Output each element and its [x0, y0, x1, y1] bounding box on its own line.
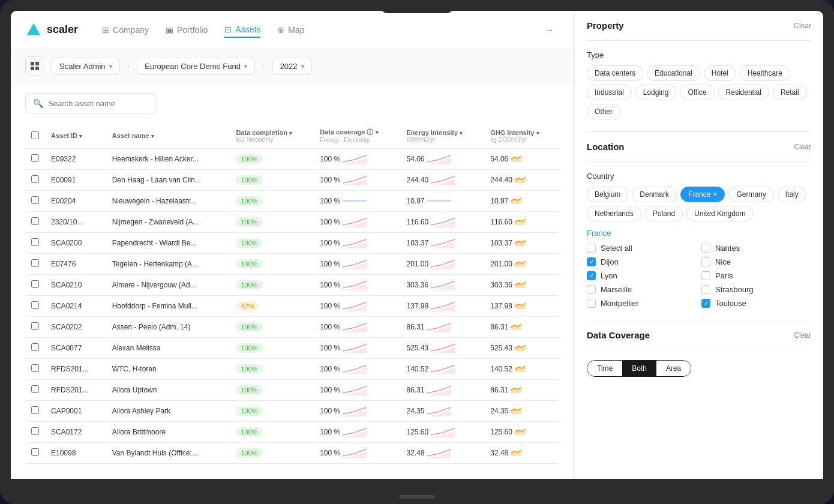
col-asset-id[interactable]: Asset ID ▾: [45, 123, 106, 149]
expand-button[interactable]: →: [540, 20, 559, 40]
col-data-coverage[interactable]: Data coverage ⓘ ▾ Energy · Electricity: [314, 123, 400, 149]
coverage-toggle-time[interactable]: Time: [587, 361, 622, 376]
row-checkbox[interactable]: [31, 427, 39, 435]
type-tag[interactable]: Residential: [718, 85, 769, 100]
nav-assets[interactable]: ⊡ Assets: [224, 22, 260, 38]
row-checkbox[interactable]: [31, 364, 39, 372]
table-row: CAP0001 Allora Ashley Park 100% 100 % 24…: [25, 401, 559, 422]
city-checkbox[interactable]: [587, 299, 596, 308]
row-checkbox[interactable]: [31, 280, 39, 288]
asset-name: Allora Brittmoore: [106, 422, 230, 443]
search-bar[interactable]: 🔍: [25, 93, 157, 113]
app-name: scaler: [47, 23, 78, 36]
row-checkbox[interactable]: [31, 238, 39, 246]
city-checkbox[interactable]: [701, 244, 710, 253]
city-checkbox[interactable]: ✓: [587, 271, 596, 280]
ghg-value: 140.52: [484, 359, 559, 380]
energy-value: 24.35: [400, 401, 484, 422]
energy-value: 140.52: [400, 359, 484, 380]
type-tag[interactable]: Hotel: [704, 65, 736, 81]
city-item: Select all: [587, 244, 697, 253]
row-checkbox[interactable]: [31, 175, 39, 183]
energy-value: 116.60: [400, 212, 484, 233]
asset-name: Nieuwegein - Hazelaastr...: [106, 191, 230, 212]
row-checkbox[interactable]: [31, 448, 39, 456]
nav-company[interactable]: ⊞ Company: [102, 23, 149, 37]
country-tag[interactable]: France ×: [680, 187, 725, 202]
completion-badge: 100%: [230, 233, 314, 254]
asset-id: E09322: [45, 149, 106, 170]
row-checkbox[interactable]: [31, 322, 39, 330]
row-checkbox[interactable]: [31, 154, 39, 162]
asset-id: SCA0077: [45, 338, 106, 359]
city-item: ✓Lyon: [587, 271, 697, 280]
country-tag[interactable]: United Kingdom: [686, 206, 753, 221]
city-checkbox[interactable]: [587, 285, 596, 294]
header-right: →: [540, 20, 559, 40]
completion-badge: 100%: [230, 317, 314, 338]
table-row: SCA0077 Alexan Melissa 100% 100 % 525.43…: [25, 338, 559, 359]
city-checkbox[interactable]: [701, 285, 710, 294]
search-input[interactable]: [48, 99, 149, 108]
chevron-down-icon: ▾: [109, 63, 112, 70]
energy-value: 54.06: [400, 149, 484, 170]
row-checkbox[interactable]: [31, 385, 39, 393]
toolbar: Scaler Admin ▾ › European Core Demo Fund…: [11, 49, 574, 83]
col-ghg-intensity[interactable]: GHG Intensity ▾ kg CO2/m2/yr: [484, 123, 559, 149]
table-row: SCA0202 Assen - Peelo (Adm. 14) 100% 100…: [25, 317, 559, 338]
completion-badge: 100%: [230, 191, 314, 212]
row-checkbox[interactable]: [31, 259, 39, 267]
city-checkbox[interactable]: [587, 244, 596, 253]
col-data-completion[interactable]: Data completion ▾ EU Taxonomy: [230, 123, 314, 149]
grid-view-button[interactable]: [25, 56, 44, 76]
row-checkbox[interactable]: [31, 301, 39, 309]
row-checkbox[interactable]: [31, 196, 39, 204]
city-checkbox[interactable]: ✓: [701, 299, 710, 308]
row-checkbox[interactable]: [31, 217, 39, 225]
type-tag[interactable]: Office: [680, 85, 714, 100]
coverage-toggle-both[interactable]: Both: [622, 361, 656, 376]
city-checkbox[interactable]: [701, 257, 710, 266]
country-tag[interactable]: Poland: [645, 206, 683, 221]
type-tag[interactable]: Healthcare: [740, 65, 790, 81]
select-all-checkbox[interactable]: [31, 131, 39, 139]
type-tag[interactable]: Industrial: [587, 85, 632, 100]
coverage-cell: 100 %: [314, 422, 400, 443]
col-asset-name[interactable]: Asset name ▾: [106, 123, 230, 149]
location-clear-button[interactable]: Clear: [794, 143, 811, 151]
coverage-toggle-area[interactable]: Area: [656, 361, 691, 376]
country-tag[interactable]: Netherlands: [587, 206, 641, 221]
ghg-value: 525.43: [484, 338, 559, 359]
col-energy-intensity[interactable]: Energy Intensity ▾ kWh/m2/yr: [400, 123, 484, 149]
type-tag[interactable]: Data centers: [587, 65, 643, 81]
coverage-cell: 100 %: [314, 233, 400, 254]
remove-country-icon[interactable]: ×: [713, 190, 717, 199]
country-tag[interactable]: Germany: [728, 187, 773, 202]
country-tag[interactable]: Belgium: [587, 187, 628, 202]
country-tag[interactable]: Italy: [778, 187, 806, 202]
nav-map[interactable]: ⊕ Map: [277, 23, 304, 37]
completion-badge: 100%: [230, 212, 314, 233]
type-tag[interactable]: Retail: [773, 85, 807, 100]
city-item: ✓Dijon: [587, 257, 697, 266]
asset-id: SCA0214: [45, 296, 106, 317]
row-checkbox[interactable]: [31, 406, 39, 414]
energy-value: 125.60: [400, 422, 484, 443]
year-dropdown[interactable]: 2022 ▾: [272, 58, 312, 75]
coverage-cell: 100 %: [314, 149, 400, 170]
svg-rect-2: [31, 62, 34, 65]
nav-portfolio[interactable]: ▣ Portfolio: [166, 23, 208, 37]
fund-dropdown[interactable]: European Core Demo Fund ▾: [137, 58, 255, 75]
city-item: Montpellier: [587, 299, 697, 308]
admin-dropdown[interactable]: Scaler Admin ▾: [52, 58, 120, 75]
city-checkbox[interactable]: [701, 271, 710, 280]
row-checkbox[interactable]: [31, 343, 39, 351]
property-clear-button[interactable]: Clear: [794, 22, 811, 30]
city-item: ✓Toulouse: [701, 299, 811, 308]
type-tag[interactable]: Other: [587, 104, 620, 119]
data-coverage-clear-button[interactable]: Clear: [794, 331, 811, 340]
country-tag[interactable]: Denmark: [632, 187, 677, 202]
type-tag[interactable]: Educational: [647, 65, 700, 81]
city-checkbox[interactable]: ✓: [587, 257, 596, 266]
type-tag[interactable]: Lodging: [635, 85, 677, 100]
